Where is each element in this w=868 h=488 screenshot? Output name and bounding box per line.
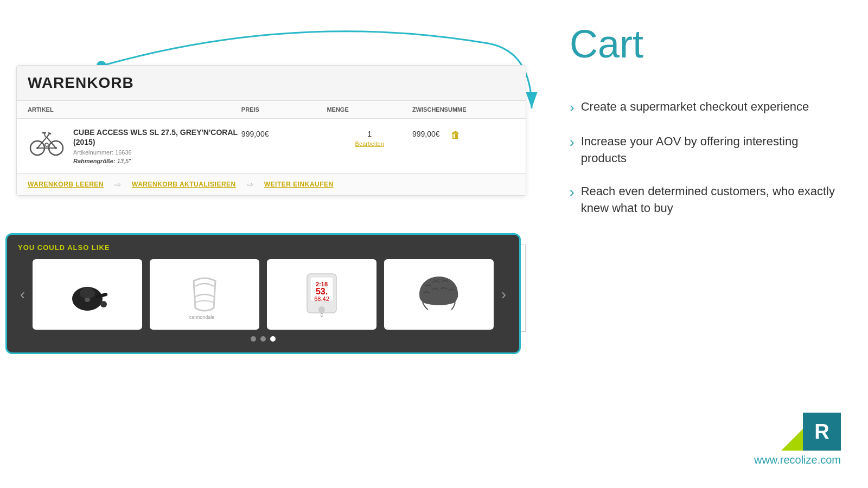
computer-product-image: 2:18 53. 68.42 c [292,267,352,322]
svg-text:cannondale: cannondale [189,314,215,320]
aktualisieren-link[interactable]: WARENKORB AKTUALISIEREN [132,181,236,188]
warenkorb-title: WARENKORB [28,74,134,91]
logo-r-letter: R [814,420,829,444]
product-info: CUBE ACCESS WLS SL 27.5, GREY'N'CORAL (2… [73,127,241,164]
bearbeiten-link[interactable]: Bearbeiten [355,140,384,147]
product-name: CUBE ACCESS WLS SL 27.5, GREY'N'CORAL (2… [73,127,241,147]
bullet-text-2: Increase your AOV by offering interestin… [581,133,841,167]
dot-2[interactable] [260,336,266,342]
svg-text:c: c [320,312,323,318]
svg-text:68.42: 68.42 [314,296,329,302]
zwischen-col: 999,00€ 🗑 [412,127,515,164]
helmet-product-image [409,267,469,322]
reco-item-1[interactable] [33,259,142,330]
logo-triangle [781,429,803,451]
reco-item-4[interactable] [384,259,494,330]
brand-footer: R www.recolize.com [570,413,841,466]
reco-widget: YOU COULD ALSO LIKE ‹ [5,233,521,354]
svg-text:53.: 53. [316,287,328,296]
bullet-text-3: Reach even determined customers, who exa… [581,183,841,217]
dot-1[interactable] [251,336,256,342]
carousel-right-arrow[interactable]: › [499,286,508,303]
zwischen-value: 999,00€ [412,130,440,138]
bullet-item-1: Create a supermarket checkout experience [570,99,841,117]
reco-item-3[interactable]: 2:18 53. 68.42 c [267,259,376,330]
bullet-item-3: Reach even determined customers, who exa… [570,183,841,217]
cart-body: CUBE ACCESS WLS SL 27.5, GREY'N'CORAL (2… [17,119,526,173]
reco-item-2[interactable]: cannondale [150,259,259,330]
bell-product-image [58,267,117,322]
brand-url[interactable]: www.recolize.com [754,454,841,466]
col-zwischen: ZWISCHENSUMME [412,106,515,113]
svg-point-19 [100,301,107,307]
svg-point-13 [45,143,48,146]
cart-actions: WARENKORB LEEREN ⇨ WARENKORB AKTUALISIER… [17,173,526,195]
svg-rect-16 [84,288,91,293]
menge-value: 1 [367,130,372,138]
reco-carousel: ‹ [18,259,508,330]
bullet-list: Create a supermarket checkout experience… [570,99,841,233]
bullet-text-1: Create a supermarket checkout experience [581,99,809,115]
carousel-left-arrow[interactable]: ‹ [18,286,27,303]
dot-3[interactable] [270,336,276,342]
product-col: CUBE ACCESS WLS SL 27.5, GREY'N'CORAL (2… [28,127,241,164]
warenkorb-header: WARENKORB [17,66,526,101]
cage-product-image: cannondale [175,267,234,322]
cart-heading: Cart [570,22,841,66]
svg-line-5 [37,137,47,148]
svg-point-17 [85,298,90,302]
reco-title: YOU COULD ALSO LIKE [18,243,508,252]
preis-col: 999,00€ [241,127,327,164]
svg-line-6 [47,137,56,148]
col-artikel: ARTIKEL [28,106,241,113]
brand-logo: R [781,413,841,451]
product-rahmen: Rahmengröße: 13,5" [73,158,241,164]
col-preis: PREIS [241,106,327,113]
svg-line-12 [48,133,51,134]
trash-icon[interactable]: 🗑 [451,130,461,141]
warenkorb-card: WARENKORB ARTIKEL PREIS MENGE ZWISCHENSU… [16,65,526,196]
table-header: ARTIKEL PREIS MENGE ZWISCHENSUMME [17,101,526,119]
bullet-item-2: Increase your AOV by offering interestin… [570,133,841,167]
weiter-link[interactable]: WEITER EINKAUFEN [264,181,334,188]
carousel-dots [18,336,508,342]
menge-col: 1 Bearbeiten [327,127,412,164]
right-panel: Cart Create a supermarket checkout exper… [542,0,868,488]
logo-box: R [803,413,841,451]
leeren-link[interactable]: WARENKORB LEEREN [28,181,104,188]
col-menge: MENGE [327,106,412,113]
product-art-nr: Artikelnummer: 16636 [73,149,241,156]
bike-image [28,127,66,157]
reco-items-list: cannondale 2:18 53. 68.42 c [33,259,493,330]
left-panel: WARENKORB ARTIKEL PREIS MENGE ZWISCHENSU… [0,0,542,488]
svg-line-11 [47,134,49,137]
